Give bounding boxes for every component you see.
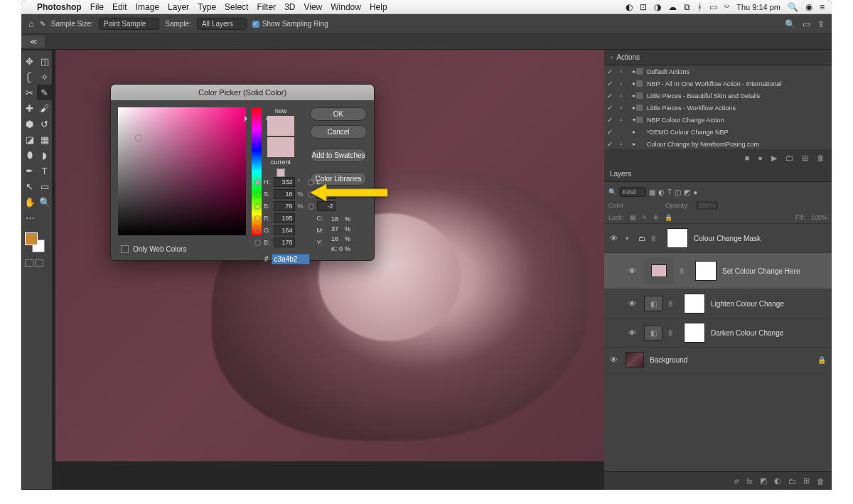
radio-bb[interactable] (254, 240, 261, 246)
radio-b[interactable] (254, 203, 261, 210)
lasso-tool-icon[interactable]: ʗ (22, 69, 37, 85)
radio-a[interactable] (308, 191, 314, 198)
menu-window[interactable]: Window (331, 2, 361, 12)
quickselect-tool-icon[interactable]: ✧ (37, 69, 52, 85)
layer-name[interactable]: Colour Change Mask (694, 235, 761, 242)
add-swatches-button[interactable]: Add to Swatches (310, 149, 367, 162)
layer-row[interactable]: 👁 Background 🔒 (604, 348, 832, 372)
zoom-tool-icon[interactable]: 🔍 (37, 194, 52, 210)
dropbox-icon[interactable]: ⧉ (684, 2, 690, 12)
type-tool-icon[interactable]: T (37, 163, 52, 178)
radio-g[interactable] (254, 227, 261, 234)
layer-row[interactable]: 👁 ▾ 🗀 𝟠 Colour Change Mask (604, 224, 832, 253)
warning-swatch[interactable] (277, 168, 285, 177)
visibility-icon[interactable]: 👁 (610, 234, 620, 242)
visibility-icon[interactable]: 👁 (628, 328, 638, 337)
app-name[interactable]: Photoshop (37, 2, 82, 12)
fx-icon[interactable]: fx (746, 477, 753, 486)
screenmode-icon[interactable] (35, 259, 43, 267)
r-input[interactable] (274, 213, 295, 223)
action-item[interactable]: Colour Change by NewbornPosing.com (647, 141, 759, 148)
shape-tool-icon[interactable]: ▭ (37, 178, 52, 194)
menu-layer[interactable]: Layer (168, 2, 189, 12)
radio-l[interactable] (308, 179, 314, 186)
web-only-checkbox[interactable] (121, 245, 129, 253)
battery-icon[interactable]: ▭ (709, 2, 717, 12)
marquee-tool-icon[interactable]: ◫ (37, 53, 52, 69)
layer-thumb[interactable] (626, 352, 644, 368)
b-input[interactable] (274, 201, 295, 211)
blend-mode-select[interactable]: Color (608, 202, 658, 209)
group-icon[interactable]: 🗀 (788, 477, 796, 486)
trash-icon[interactable]: 🗑 (817, 477, 825, 486)
stop-icon[interactable]: ■ (745, 154, 750, 162)
layer-filter-select[interactable]: Kind (619, 187, 646, 197)
menu-filter[interactable]: Filter (257, 2, 276, 12)
menu-select[interactable]: Select (225, 2, 248, 12)
s-input[interactable] (274, 189, 295, 199)
visibility-icon[interactable]: 👁 (628, 299, 638, 308)
action-set[interactable]: Little Pieces - Beautiful Skin and Detai… (647, 92, 760, 100)
menu-3d[interactable]: 3D (284, 2, 295, 12)
eyedropper-icon[interactable]: ✎ (40, 20, 45, 28)
radio-r[interactable] (254, 215, 261, 222)
gradient-tool-icon[interactable]: ▦ (37, 132, 52, 147)
adjustment-icon[interactable]: ◐ (774, 476, 781, 486)
blur-tool-icon[interactable]: ⬮ (22, 147, 37, 163)
sample-size-select[interactable]: Point Sample (99, 18, 159, 30)
fill-value[interactable]: 100% (811, 214, 827, 221)
move-tool-icon[interactable]: ✥ (22, 53, 37, 69)
link-layers-icon[interactable]: ⌀ (734, 476, 739, 486)
mask-thumb[interactable] (695, 261, 717, 281)
visibility-icon[interactable]: 👁 (610, 355, 620, 364)
ok-button[interactable]: OK (310, 107, 367, 121)
dodge-tool-icon[interactable]: ◗ (37, 147, 52, 163)
a-input[interactable] (317, 189, 336, 199)
filter-icon[interactable]: ◩ (684, 188, 690, 196)
bluetooth-icon[interactable]: ᚼ (697, 2, 702, 12)
hex-input[interactable] (272, 254, 310, 264)
mask-thumb[interactable] (684, 323, 705, 343)
action-set[interactable]: NBP Colour Change Action (647, 117, 724, 124)
filter-icon[interactable]: ◫ (675, 188, 681, 196)
lock-icon[interactable]: ✎ (642, 214, 648, 221)
stamp-tool-icon[interactable]: ⬢ (22, 116, 37, 132)
crop-tool-icon[interactable]: ✂ (22, 85, 37, 100)
adjustment-thumb[interactable]: ◧ (644, 325, 662, 341)
visibility-icon[interactable]: 👁 (628, 267, 638, 275)
extra-tool-icon[interactable]: ⋯ (22, 210, 38, 225)
status-icon[interactable]: ◐ (626, 2, 633, 12)
current-color-swatch[interactable] (267, 137, 294, 157)
h-input[interactable] (274, 177, 295, 187)
opacity-value[interactable]: 100% (696, 201, 718, 210)
color-swatches[interactable] (22, 230, 52, 254)
layer-name[interactable]: Set Colour Change Here (722, 267, 800, 275)
workspace-icon[interactable]: ▭ (803, 19, 810, 29)
layers-panel-header[interactable]: Layers (604, 166, 832, 182)
menu-image[interactable]: Image (136, 2, 159, 12)
home-icon[interactable]: ⌂ (28, 18, 34, 29)
radio-b2[interactable] (308, 203, 314, 210)
dialog-title[interactable]: Color Picker (Solid Color) (111, 85, 374, 100)
solid-fill-thumb[interactable] (644, 257, 674, 284)
lock-icon[interactable]: 🔒 (665, 214, 672, 221)
eraser-tool-icon[interactable]: ◪ (22, 132, 37, 147)
search-icon[interactable]: 🔍 (785, 19, 795, 29)
new-action-icon[interactable]: ⊞ (802, 154, 808, 163)
action-item[interactable]: *DEMO Colour Change NBP (647, 129, 729, 136)
cancel-button[interactable]: Cancel (310, 125, 367, 139)
clock[interactable]: Thu 9:14 pm (736, 3, 780, 11)
menu-view[interactable]: View (304, 2, 322, 12)
path-tool-icon[interactable]: ↖ (22, 178, 37, 194)
action-set[interactable]: NBP - All In One Workflow Action - Inter… (647, 80, 781, 87)
history-brush-icon[interactable]: ↺ (37, 116, 52, 132)
lock-icon[interactable]: ▦ (630, 214, 636, 221)
radio-s[interactable] (254, 191, 261, 198)
bb-input[interactable] (274, 237, 295, 247)
play-icon[interactable]: ▶ (771, 154, 777, 163)
show-ring-checkbox[interactable]: ✓ (252, 21, 259, 28)
doc-tab[interactable]: ≪ (21, 36, 46, 48)
lock-icon[interactable]: ✥ (653, 214, 659, 221)
filter-icon[interactable]: ◐ (658, 188, 665, 196)
menu-edit[interactable]: Edit (112, 2, 127, 12)
